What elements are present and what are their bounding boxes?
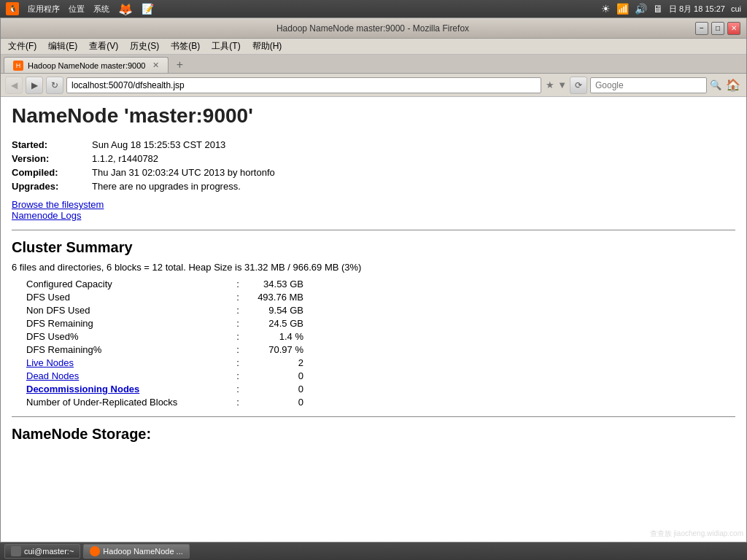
firefox-tabbar: H Hadoop NameNode master:9000 ✕ + (1, 55, 746, 74)
cluster-row: DFS Used%:1.4 % (26, 331, 735, 342)
cluster-value-4: 1.4 % (245, 331, 303, 342)
taskbar-terminal-label: cui@master:~ (24, 547, 74, 556)
cluster-row: DFS Remaining:24.5 GB (26, 318, 735, 329)
upgrades-value: There are no upgrades in progress. (92, 181, 241, 192)
menu-help[interactable]: 帮助(H) (248, 39, 287, 54)
version-value: 1.1.2, r1440782 (92, 153, 158, 164)
taskbar-terminal[interactable]: cui@master:~ (4, 544, 80, 559)
cluster-row: Configured Capacity:34.53 GB (26, 279, 735, 289)
cluster-table: Configured Capacity:34.53 GBDFS Used:493… (26, 279, 735, 408)
storage-title: NameNode Storage: (12, 426, 735, 443)
cluster-sep-0: : (231, 279, 245, 289)
search-icon: 🔍 (710, 79, 721, 90)
location-star-icon: ▼ (557, 79, 567, 90)
topbar-left: 🐧 应用程序 位置 系统 🦊 📝 (6, 2, 154, 16)
cluster-row: Live Nodes:2 (26, 357, 735, 368)
reload-button[interactable]: ↻ (46, 77, 63, 94)
cluster-sep-2: : (231, 305, 245, 316)
menu-history[interactable]: 历史(S) (125, 39, 163, 54)
watermark: 查查族 jiaocheng.widiap.com (650, 529, 743, 539)
minimize-button[interactable]: − (695, 22, 708, 35)
cluster-value-5: 70.97 % (245, 344, 303, 355)
menu-edit[interactable]: 编辑(E) (44, 39, 82, 54)
cluster-label-5: DFS Remaining% (26, 344, 231, 355)
topbar-system[interactable]: 系统 (93, 4, 109, 15)
cluster-sep-3: : (231, 318, 245, 329)
cluster-label-link-8[interactable]: Decommissioning Nodes (26, 384, 139, 394)
cluster-label-3: DFS Remaining (26, 318, 231, 329)
started-label: Started: (12, 139, 85, 150)
namenode-logs-link[interactable]: Namenode Logs (12, 210, 735, 221)
taskbar-firefox-label: Hadoop NameNode ... (103, 547, 182, 556)
topbar-editor-icon: 📝 (142, 3, 154, 15)
firefox-titlebar: Hadoop NameNode master:9000 - Mozilla Fi… (1, 18, 746, 39)
close-button[interactable]: ✕ (727, 22, 740, 35)
firefox-navbar: ◀ ▶ ↻ ★ ▼ ⟳ 🔍 🏠 (1, 74, 746, 97)
menu-view[interactable]: 查看(V) (85, 39, 123, 54)
cluster-row: Decommissioning Nodes:0 (26, 384, 735, 394)
started-value: Sun Aug 18 15:25:53 CST 2013 (92, 139, 225, 150)
cluster-label-2: Non DFS Used (26, 305, 231, 316)
url-bar[interactable] (66, 77, 541, 93)
cluster-row: Number of Under-Replicated Blocks:0 (26, 397, 735, 408)
search-input[interactable] (590, 77, 707, 93)
topbar-user: cui (731, 4, 741, 13)
topbar-sound-icon: 🔊 (635, 3, 647, 15)
refresh-icon[interactable]: ⟳ (570, 77, 587, 94)
topbar-firefox-icon: 🦊 (118, 2, 133, 16)
active-tab[interactable]: H Hadoop NameNode master:9000 ✕ (4, 57, 169, 73)
browse-filesystem-link[interactable]: Browse the filesystem (12, 199, 735, 210)
ubuntu-taskbar: cui@master:~ Hadoop NameNode ... (0, 542, 747, 560)
tab-label: Hadoop NameNode master:9000 (28, 61, 145, 70)
cluster-value-3: 24.5 GB (245, 318, 303, 329)
cluster-label-0: Configured Capacity (26, 279, 231, 289)
cluster-row: DFS Used:493.76 MB (26, 292, 735, 303)
menu-bookmarks[interactable]: 书签(B) (166, 39, 204, 54)
compiled-label: Compiled: (12, 167, 85, 178)
cluster-label-1: DFS Used (26, 292, 231, 303)
cluster-summary-text: 6 files and directories, 6 blocks = 12 t… (12, 262, 735, 273)
cluster-label-link-7[interactable]: Dead Nodes (26, 370, 79, 381)
home-button[interactable]: 🏠 (724, 77, 742, 93)
cluster-value-2: 9.54 GB (245, 305, 303, 316)
cluster-value-9: 0 (245, 397, 303, 408)
page-content: NameNode 'master:9000' Started: Sun Aug … (1, 97, 746, 542)
cluster-sep-6: : (231, 357, 245, 368)
firefox-window: Hadoop NameNode master:9000 - Mozilla Fi… (0, 18, 747, 542)
terminal-icon (11, 546, 21, 556)
restore-button[interactable]: □ (711, 22, 724, 35)
firefox-title: Hadoop NameNode master:9000 - Mozilla Fi… (50, 23, 695, 34)
cluster-value-7: 0 (245, 370, 303, 381)
cluster-sep-9: : (231, 397, 245, 408)
taskbar-firefox[interactable]: Hadoop NameNode ... (83, 544, 189, 559)
cluster-value-8: 0 (245, 384, 303, 394)
cluster-sep-5: : (231, 344, 245, 355)
topbar-places[interactable]: 位置 (69, 4, 85, 15)
compiled-value: Thu Jan 31 02:03:24 UTC 2013 by hortonfo (92, 167, 275, 178)
tab-favicon: H (13, 61, 23, 71)
cluster-sep-8: : (231, 384, 245, 394)
back-button[interactable]: ◀ (5, 77, 23, 94)
cluster-row: Dead Nodes:0 (26, 370, 735, 381)
page-title: NameNode 'master:9000' (12, 104, 735, 128)
firefox-menubar: 文件(F) 编辑(E) 查看(V) 历史(S) 书签(B) 工具(T) 帮助(H… (1, 39, 746, 55)
upgrades-label: Upgrades: (12, 181, 85, 192)
tab-close-icon[interactable]: ✕ (152, 61, 159, 70)
menu-file[interactable]: 文件(F) (4, 39, 41, 54)
menu-tools[interactable]: 工具(T) (207, 39, 244, 54)
forward-button[interactable]: ▶ (26, 77, 43, 94)
started-row: Started: Sun Aug 18 15:25:53 CST 2013 (12, 139, 735, 150)
cluster-summary-title: Cluster Summary (12, 239, 735, 256)
cluster-label-9: Number of Under-Replicated Blocks (26, 397, 231, 408)
ubuntu-topbar: 🐧 应用程序 位置 系统 🦊 📝 ☀ 📶 🔊 🖥 日 8月 18 15:27 c… (0, 0, 747, 18)
topbar-apps[interactable]: 应用程序 (28, 4, 60, 15)
topbar-monitor-icon: 🖥 (653, 3, 663, 15)
topbar-right: ☀ 📶 🔊 🖥 日 8月 18 15:27 cui (601, 3, 741, 15)
cluster-row: DFS Remaining%:70.97 % (26, 344, 735, 355)
cluster-label-link-6[interactable]: Live Nodes (26, 357, 74, 368)
new-tab-button[interactable]: + (171, 57, 187, 73)
version-row: Version: 1.1.2, r1440782 (12, 153, 735, 164)
cluster-sep-1: : (231, 292, 245, 303)
cluster-sep-7: : (231, 370, 245, 381)
version-label: Version: (12, 153, 85, 164)
